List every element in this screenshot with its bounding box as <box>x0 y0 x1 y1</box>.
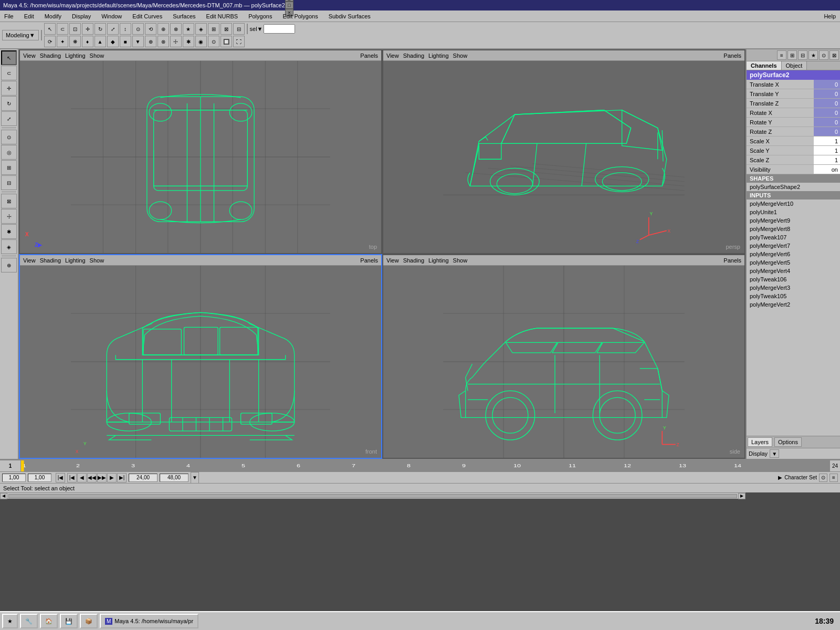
tool-r11[interactable]: ☩ <box>170 36 182 47</box>
viewport-top-canvas[interactable]: X Z▶ top <box>20 61 381 253</box>
viewport-persp-shading[interactable]: Shading <box>403 52 424 59</box>
scale-tool-btn[interactable]: ⤢ <box>1 111 17 126</box>
viewport-side-panels[interactable]: Panels <box>723 257 741 264</box>
toolbar-scale[interactable]: ⤢ <box>107 23 119 35</box>
frame-step-back[interactable]: |◀ <box>56 473 65 482</box>
tool-r12[interactable]: ✱ <box>183 36 194 47</box>
menu-subdiv[interactable]: Subdiv Surfaces <box>327 12 373 20</box>
play-forward-end[interactable]: ▶| <box>117 473 127 482</box>
range-start[interactable] <box>2 474 26 482</box>
menu-edit[interactable]: Edit <box>22 12 36 20</box>
maximize-btn[interactable]: □ <box>285 2 293 9</box>
menu-edit-nurbs[interactable]: Edit NURBS <box>204 12 240 20</box>
sel-input[interactable] <box>264 24 295 34</box>
range-dropdown[interactable]: ▼ <box>191 472 199 484</box>
menu-display[interactable]: Display <box>70 12 93 20</box>
tool-r3[interactable]: ❋ <box>69 36 81 47</box>
menu-file[interactable]: File <box>2 12 16 20</box>
right-icon-4[interactable]: ★ <box>808 50 818 60</box>
toolbar-hide[interactable]: ⊠ <box>220 23 232 35</box>
left-tool-9[interactable]: ⊟ <box>1 175 17 190</box>
play-step-back[interactable]: ◀ <box>77 473 87 482</box>
input-polyMergeVert9[interactable]: polyMergeVert9 <box>747 216 840 225</box>
viewport-side-shading[interactable]: Shading <box>403 257 424 264</box>
scroll-track[interactable] <box>8 494 737 498</box>
menu-edit-curves[interactable]: Edit Curves <box>130 12 164 20</box>
left-tool-8[interactable]: ⊞ <box>1 160 17 175</box>
toolbar-history[interactable]: ⟲ <box>145 23 156 35</box>
toolbar-redo[interactable]: ⊗ <box>170 23 182 35</box>
input-polyMergeVert7[interactable]: polyMergeVert7 <box>747 242 840 250</box>
toolbar-undo[interactable]: ⊕ <box>158 23 169 35</box>
taskbar-save[interactable]: 💾 <box>60 614 78 628</box>
viewport-top-show[interactable]: Show <box>90 52 104 59</box>
menu-help[interactable]: Help <box>822 12 838 20</box>
viewport-top[interactable]: View Shading Lighting Show Panels <box>19 49 382 254</box>
move-tool-btn[interactable]: ✛ <box>1 81 17 96</box>
menu-window[interactable]: Window <box>99 12 124 20</box>
tool-r5[interactable]: ▲ <box>94 36 106 47</box>
input-polyMergeVert6[interactable]: polyMergeVert6 <box>747 250 840 258</box>
viewport-front-view[interactable]: View <box>23 257 36 264</box>
toolbar-grid[interactable]: ⊟ <box>233 23 245 35</box>
viewport-front-panels[interactable]: Panels <box>360 257 378 264</box>
tool-r14[interactable]: ⊙ <box>208 36 219 47</box>
select-tool-btn[interactable]: ↖ <box>1 50 17 65</box>
viewport-top-lighting[interactable]: Lighting <box>65 52 86 59</box>
input-polyTweak107[interactable]: polyTweak107 <box>747 233 840 242</box>
viewport-persp-canvas[interactable]: X Y Z persp <box>383 61 744 253</box>
viewport-side-view[interactable]: View <box>386 257 399 264</box>
input-polyMergeVert8[interactable]: polyMergeVert8 <box>747 225 840 233</box>
toolbar-paint[interactable]: ⊡ <box>69 23 81 35</box>
range-start-2[interactable] <box>129 474 158 482</box>
toolbar-render[interactable]: ★ <box>183 23 194 35</box>
viewport-front-show[interactable]: Show <box>90 257 104 264</box>
taskbar-file-manager[interactable]: 🔧 <box>20 614 38 628</box>
tool-r4[interactable]: ♦ <box>82 36 93 47</box>
tool-r10[interactable]: ⊗ <box>158 36 169 47</box>
input-polyMergeVert5[interactable]: polyMergeVert5 <box>747 258 840 267</box>
tool-r9[interactable]: ⊕ <box>145 36 156 47</box>
timeline-ruler[interactable]: 1 2 3 4 5 6 7 8 9 10 11 12 13 14 <box>21 460 830 471</box>
input-polyUnite1[interactable]: polyUnite1 <box>747 208 840 216</box>
viewport-front[interactable]: View Shading Lighting Show Panels <box>19 254 382 459</box>
input-polyMergeVert3[interactable]: polyMergeVert3 <box>747 284 840 292</box>
viewport-persp[interactable]: View Shading Lighting Show Panels <box>382 49 746 254</box>
viewport-top-panels[interactable]: Panels <box>360 52 378 59</box>
left-tool-10[interactable]: ⊠ <box>1 194 17 208</box>
polySurfaceShape2[interactable]: polySurfaceShape2 <box>747 183 840 191</box>
viewport-persp-panels[interactable]: Panels <box>723 52 741 59</box>
tool-r2[interactable]: ✦ <box>57 36 68 47</box>
layers-tab[interactable]: Layers <box>748 437 772 447</box>
menu-polygons[interactable]: Polygons <box>246 12 274 20</box>
taskbar-home[interactable]: 🏠 <box>40 614 58 628</box>
right-icon-5[interactable]: ⊙ <box>819 50 828 60</box>
lasso-tool-btn[interactable]: ⊂ <box>1 66 17 80</box>
viewport-side[interactable]: View Shading Lighting Show Panels <box>382 254 746 459</box>
viewport-side-show[interactable]: Show <box>453 257 468 264</box>
options-tab[interactable]: Options <box>774 437 802 447</box>
viewport-front-lighting[interactable]: Lighting <box>65 257 86 264</box>
right-icon-3[interactable]: ⊟ <box>798 50 807 60</box>
tab-object[interactable]: Object <box>782 61 807 70</box>
input-polyTweak106[interactable]: polyTweak106 <box>747 275 840 284</box>
show-manip-btn[interactable]: ⊙ <box>1 130 17 144</box>
play-step-forward[interactable]: ▶ <box>107 473 117 482</box>
range-max[interactable] <box>160 474 188 482</box>
toolbar-lasso[interactable]: ⊂ <box>57 23 68 35</box>
menu-edit-polygons[interactable]: Edit Polygons <box>280 12 320 20</box>
input-polyMergeVert2[interactable]: polyMergeVert2 <box>747 300 840 309</box>
toolbar-ipr[interactable]: ◈ <box>195 23 207 35</box>
scroll-left[interactable]: ◀ <box>0 493 7 499</box>
viewport-side-lighting[interactable]: Lighting <box>428 257 449 264</box>
range-end[interactable] <box>28 474 51 482</box>
left-tool-7[interactable]: ◎ <box>1 145 17 160</box>
right-icon-1[interactable]: ≡ <box>777 50 786 60</box>
toolbar-soft[interactable]: ⊙ <box>132 23 144 35</box>
left-tool-11[interactable]: ☩ <box>1 209 17 224</box>
play-back[interactable]: ◀◀ <box>87 473 97 482</box>
viewport-top-shading[interactable]: Shading <box>40 52 61 59</box>
right-icon-2[interactable]: ⊞ <box>788 50 797 60</box>
mode-dropdown[interactable]: Modeling ▼ <box>2 30 39 40</box>
toolbar-show[interactable]: ⊞ <box>208 23 219 35</box>
